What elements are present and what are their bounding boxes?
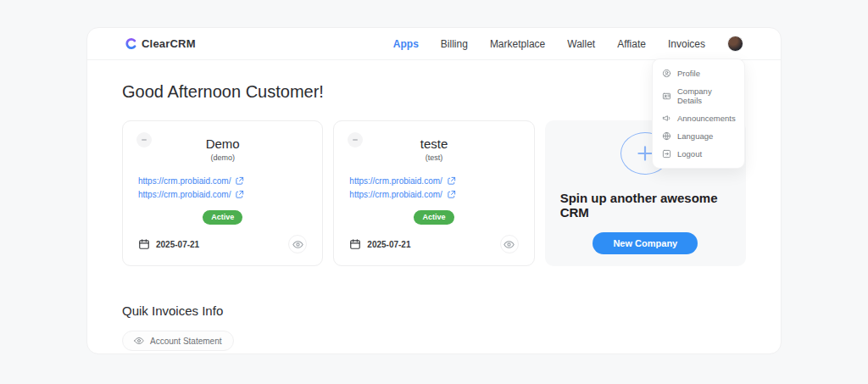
external-link-icon[interactable]: [447, 176, 456, 186]
announcements-icon: [662, 114, 671, 123]
date-value: 2025-07-21: [367, 240, 410, 249]
app-link[interactable]: https://crm.probiaid.com/: [349, 190, 518, 199]
external-link-icon[interactable]: [447, 190, 456, 199]
menu-item-announcements[interactable]: Announcements: [653, 109, 744, 127]
app-link[interactable]: https://crm.probiaid.com/: [349, 176, 518, 186]
app-links: https://crm.probiaid.com/ https://crm.pr…: [138, 176, 307, 199]
view-app-button[interactable]: [288, 235, 307, 253]
language-icon: [662, 131, 671, 141]
nav-item-billing[interactable]: Billing: [441, 38, 468, 50]
view-app-button[interactable]: [500, 235, 519, 253]
logout-icon: [662, 149, 671, 159]
card-footer: 2025-07-21: [349, 235, 518, 253]
company-details-icon: [662, 92, 671, 101]
app-link-url[interactable]: https://crm.probiaid.com/: [138, 190, 231, 199]
eye-icon: [504, 239, 515, 250]
app-link-url[interactable]: https://crm.probiaid.com/: [349, 190, 442, 199]
calendar-icon: [138, 238, 150, 250]
app-name: Demo: [138, 136, 307, 151]
nav-item-apps[interactable]: Apps: [393, 38, 419, 50]
menu-item-company-details[interactable]: Company Details: [653, 82, 744, 109]
creation-date: 2025-07-21: [138, 238, 199, 250]
menu-item-label: Company Details: [677, 86, 735, 105]
invoices-section: Quik Invoices Info Account Statement: [122, 303, 746, 351]
app-name: teste: [349, 136, 518, 151]
external-link-icon[interactable]: [235, 176, 244, 186]
user-dropdown-menu: Profile Company Details Announcements La…: [652, 58, 745, 169]
app-link-url[interactable]: https://crm.probiaid.com/: [138, 176, 231, 186]
date-value: 2025-07-21: [156, 240, 199, 249]
brand-name: ClearCRM: [142, 37, 196, 50]
main-nav: Apps Billing Marketplace Wallet Affiate …: [393, 36, 743, 52]
app-logo-placeholder: [136, 132, 152, 147]
account-statement-label: Account Statement: [150, 337, 222, 346]
status-badge: Active: [414, 210, 453, 225]
menu-item-logout[interactable]: Logout: [653, 145, 744, 163]
nav-item-invoices[interactable]: Invoices: [668, 38, 705, 50]
menu-item-label: Language: [677, 131, 713, 141]
app-slug: (test): [349, 153, 518, 162]
new-company-button[interactable]: New Company: [593, 232, 698, 254]
status-row: Active: [138, 210, 307, 225]
eye-icon: [292, 239, 303, 250]
app-link[interactable]: https://crm.probiaid.com/: [138, 176, 307, 186]
brand-logo[interactable]: ClearCRM: [125, 37, 196, 50]
top-nav-bar: ClearCRM Apps Billing Marketplace Wallet…: [87, 28, 781, 60]
app-window: ClearCRM Apps Billing Marketplace Wallet…: [86, 27, 782, 354]
creation-date: 2025-07-21: [349, 238, 410, 250]
invoices-section-title: Quik Invoices Info: [122, 303, 746, 318]
status-row: Active: [349, 210, 518, 225]
external-link-icon[interactable]: [235, 190, 244, 199]
profile-icon: [662, 69, 671, 78]
page: { "brand": { "name": "ClearCRM" }, "nav"…: [0, 0, 868, 384]
app-links: https://crm.probiaid.com/ https://crm.pr…: [349, 176, 518, 199]
menu-item-label: Profile: [677, 69, 700, 78]
menu-item-label: Logout: [677, 149, 702, 159]
account-statement-button[interactable]: Account Statement: [122, 331, 234, 351]
clearcrm-logo-icon: [125, 37, 137, 50]
app-link-url[interactable]: https://crm.probiaid.com/: [349, 176, 442, 186]
nav-item-marketplace[interactable]: Marketplace: [490, 38, 545, 50]
calendar-icon: [349, 238, 361, 250]
app-link[interactable]: https://crm.probiaid.com/: [138, 190, 307, 199]
app-slug: (demo): [138, 153, 307, 162]
status-badge: Active: [203, 210, 242, 225]
card-footer: 2025-07-21: [138, 235, 307, 253]
app-card-teste: teste (test) https://crm.probiaid.com/ h…: [333, 120, 534, 266]
menu-item-profile[interactable]: Profile: [653, 64, 744, 82]
nav-item-affiate[interactable]: Affiate: [617, 38, 646, 50]
app-card-demo: Demo (demo) https://crm.probiaid.com/ ht…: [122, 120, 323, 266]
nav-item-wallet[interactable]: Wallet: [567, 38, 595, 50]
eye-icon: [134, 336, 144, 346]
menu-item-language[interactable]: Language: [653, 127, 744, 145]
user-avatar[interactable]: [727, 36, 743, 52]
menu-item-label: Announcements: [677, 114, 736, 123]
new-company-title: Spin up another awesome CRM: [560, 191, 731, 220]
